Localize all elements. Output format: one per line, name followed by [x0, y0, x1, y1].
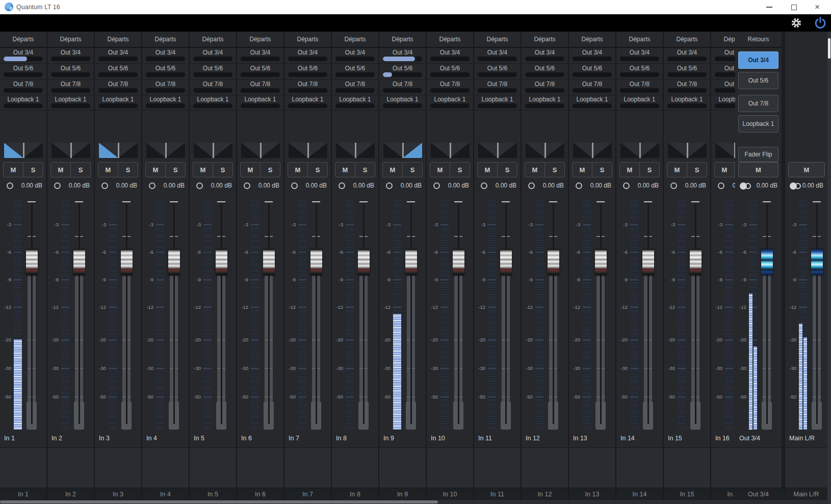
settings-button[interactable]	[790, 16, 803, 30]
send-level-slider[interactable]	[383, 88, 422, 93]
solo-button[interactable]: S	[592, 163, 612, 177]
scribble-strip[interactable]	[522, 448, 568, 488]
scribble-strip[interactable]	[190, 448, 236, 488]
send-level-slider[interactable]	[4, 103, 43, 108]
channel-select-bar[interactable]: In 2	[47, 488, 94, 500]
phase-button[interactable]	[528, 182, 535, 189]
fader-handle[interactable]	[500, 249, 512, 275]
send-level-slider[interactable]	[288, 88, 327, 93]
pan-control[interactable]	[526, 143, 564, 158]
send-level-slider[interactable]	[383, 72, 422, 77]
scribble-strip[interactable]	[332, 448, 378, 488]
channel-select-bar[interactable]: In 16	[711, 488, 735, 500]
send-level-slider[interactable]	[98, 88, 138, 93]
pan-control[interactable]	[146, 143, 185, 158]
send-level-slider[interactable]	[478, 88, 517, 93]
phase-button[interactable]	[481, 182, 487, 189]
pan-control[interactable]	[99, 143, 138, 158]
channel-select-bar[interactable]: In 4	[142, 488, 189, 500]
pan-control[interactable]	[620, 143, 659, 158]
horizontal-scrollbar[interactable]	[0, 500, 831, 504]
channel-select-bar[interactable]: In 15	[664, 488, 710, 500]
mute-button[interactable]: M	[478, 163, 498, 177]
send-level-slider[interactable]	[51, 88, 90, 93]
channel-select-bar[interactable]: In 1	[0, 488, 46, 500]
phase-button[interactable]	[7, 182, 13, 189]
fader-db-value[interactable]: 0.00 dB	[258, 182, 279, 189]
fader-handle[interactable]	[548, 249, 559, 275]
send-level-slider[interactable]	[288, 103, 327, 108]
power-button[interactable]	[814, 16, 827, 30]
channel-name[interactable]: In 15	[668, 435, 682, 442]
send-level-slider[interactable]	[335, 72, 375, 77]
fader-handle[interactable]	[761, 249, 773, 275]
pan-control[interactable]	[4, 143, 43, 158]
send-level-slider[interactable]	[98, 57, 138, 61]
mute-button[interactable]: M	[193, 163, 213, 177]
send-level-slider[interactable]	[383, 103, 422, 108]
vertical-scrollbar-thumb[interactable]	[828, 38, 830, 59]
mute-button[interactable]: M	[98, 163, 118, 177]
mute-button[interactable]: M	[620, 163, 640, 177]
pan-control[interactable]	[715, 143, 735, 158]
mute-button[interactable]: M	[788, 162, 825, 177]
scribble-strip[interactable]	[427, 448, 473, 488]
send-level-slider[interactable]	[4, 88, 43, 93]
scribble-strip[interactable]	[711, 448, 735, 488]
mute-button[interactable]: M	[430, 163, 450, 177]
channel-name[interactable]: In 14	[620, 435, 635, 442]
fader-db-value[interactable]: 0.00 dB	[685, 182, 706, 189]
send-level-slider[interactable]	[241, 72, 280, 77]
channel-select-bar[interactable]: In 8	[332, 488, 378, 500]
send-level-slider[interactable]	[98, 72, 138, 77]
pan-control[interactable]	[383, 143, 422, 158]
pan-control[interactable]	[478, 143, 517, 158]
phase-button[interactable]	[149, 182, 155, 189]
phase-button[interactable]	[576, 182, 582, 189]
fader-handle[interactable]	[453, 249, 464, 275]
channel-name[interactable]: Main L/R	[789, 435, 815, 442]
send-level-slider[interactable]	[430, 72, 470, 77]
scribble-strip[interactable]	[142, 448, 189, 488]
send-level-slider[interactable]	[573, 57, 612, 61]
fader-db-value[interactable]: 0.00 dB	[496, 182, 516, 189]
phase-button[interactable]	[54, 182, 61, 189]
scribble-strip[interactable]	[474, 448, 521, 488]
mute-button[interactable]: M	[288, 163, 308, 177]
send-level-slider[interactable]	[51, 57, 90, 61]
mute-button[interactable]: M	[335, 163, 355, 177]
send-level-slider[interactable]	[335, 103, 375, 108]
send-level-slider[interactable]	[715, 57, 735, 61]
channel-name[interactable]: In 10	[431, 435, 445, 442]
channel-name[interactable]: In 5	[194, 435, 204, 442]
send-level-slider[interactable]	[383, 57, 422, 61]
send-level-slider[interactable]	[667, 103, 707, 108]
channel-select-bar[interactable]: In 6	[237, 488, 283, 500]
solo-button[interactable]: S	[118, 163, 138, 177]
send-level-slider[interactable]	[193, 88, 232, 93]
solo-button[interactable]: S	[640, 163, 659, 177]
solo-button[interactable]: S	[261, 163, 280, 177]
fader-handle[interactable]	[216, 249, 227, 275]
fader-db-value[interactable]: 0.00 dB	[69, 182, 90, 189]
fader-handle[interactable]	[642, 249, 654, 275]
solo-button[interactable]: S	[308, 163, 327, 177]
mute-button[interactable]: M	[4, 163, 23, 177]
send-level-slider[interactable]	[335, 88, 375, 93]
send-level-slider[interactable]	[478, 72, 517, 77]
phase-button[interactable]	[386, 182, 393, 189]
fader-handle[interactable]	[595, 249, 607, 275]
solo-button[interactable]: S	[687, 163, 707, 177]
channel-name[interactable]: In 16	[715, 435, 730, 442]
solo-button[interactable]: S	[71, 163, 90, 177]
channel-name[interactable]: Out 3/4	[739, 435, 760, 442]
channel-name[interactable]: In 9	[383, 435, 394, 442]
scribble-strip[interactable]	[569, 448, 615, 488]
solo-button[interactable]: S	[545, 163, 564, 177]
returns-bus-button[interactable]: Out 7/8	[738, 95, 778, 112]
phase-button[interactable]	[244, 182, 250, 189]
mute-button[interactable]: M	[715, 163, 735, 177]
send-level-slider[interactable]	[288, 57, 327, 61]
close-button[interactable]: ×	[809, 0, 826, 14]
phase-button[interactable]	[339, 182, 345, 189]
